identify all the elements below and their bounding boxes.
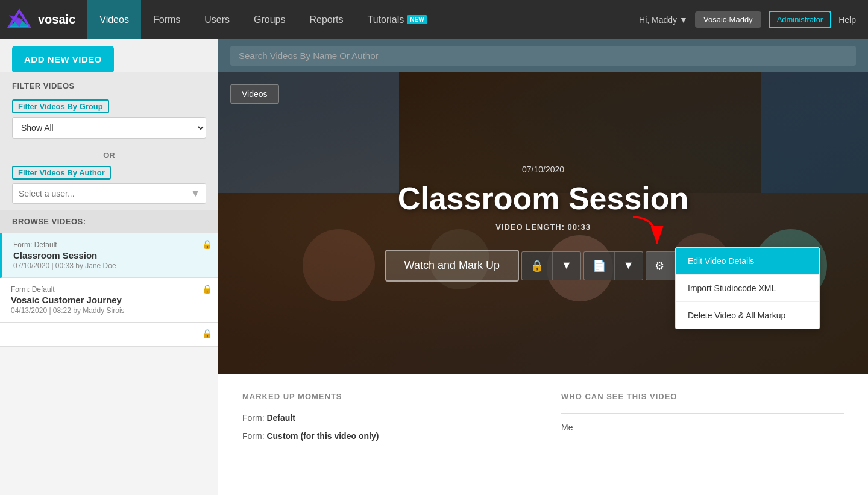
video-form-label: Form: Default: [13, 241, 207, 249]
nav-item-users[interactable]: Users: [192, 0, 242, 39]
user-greeting[interactable]: Hi, Maddy ▼: [639, 15, 688, 25]
lock-button-group: 🔒 ▼: [521, 251, 581, 280]
form-entry-default: Form: Default: [242, 413, 525, 423]
dropdown-arrow-icon: ▼: [190, 188, 200, 199]
filter-author-label: Filter Videos By Author: [12, 166, 111, 180]
lock-icon: 🔒: [202, 329, 212, 338]
new-badge: NEW: [407, 15, 427, 24]
lock-icon: 🔒: [202, 239, 212, 249]
nav-item-reports[interactable]: Reports: [297, 0, 355, 39]
lock-button[interactable]: 🔒: [522, 252, 552, 280]
me-label: Me: [561, 423, 844, 432]
filter-videos-title: FILTER VIDEOS: [12, 81, 206, 90]
video-form-label: Form: Default: [11, 285, 207, 294]
video-meta: 07/10/2020 | 00:33 by Jane Doe: [13, 262, 207, 270]
main-content: Videos 07/10/2020 Classroom Session VIDE…: [218, 72, 868, 495]
marked-moments-title: MARKED UP MOMENTS: [242, 392, 525, 401]
nav-item-videos[interactable]: Videos: [87, 0, 141, 39]
marked-moments-section: MARKED UP MOMENTS Form: Default Form: Cu…: [242, 392, 525, 449]
logo-text: vosaic: [38, 13, 75, 27]
nav-right: Hi, Maddy ▼ Vosaic-Maddy Administrator H…: [639, 11, 868, 28]
video-title: Classroom Session: [13, 250, 207, 260]
delete-video-item[interactable]: Delete Video & All Markup: [676, 302, 819, 329]
document-dropdown-button[interactable]: ▼: [615, 252, 643, 280]
video-length: VIDEO LENGTH: 00:33: [495, 222, 591, 232]
video-title: Vosaic Customer Journey: [11, 295, 207, 305]
video-list-item[interactable]: 🔒: [0, 323, 218, 347]
watch-markup-button[interactable]: Watch and Mark Up: [385, 250, 519, 282]
filter-group-label: Filter Videos By Group: [12, 99, 109, 113]
video-date: 07/10/2020: [522, 165, 564, 174]
logo[interactable]: vosaic: [6, 6, 75, 33]
top-navigation: vosaic Videos Forms Users Groups Reports…: [0, 0, 868, 39]
search-container: [218, 39, 868, 72]
video-meta: 04/13/2020 | 08:22 by Maddy Sirois: [11, 306, 207, 315]
add-video-button[interactable]: ADD NEW VIDEO: [12, 46, 114, 73]
form-entry-custom: Form: Custom (for this video only): [242, 431, 525, 441]
or-divider: OR: [12, 151, 206, 160]
video-hero: Videos 07/10/2020 Classroom Session VIDE…: [218, 72, 868, 374]
sidebar: FILTER VIDEOS Filter Videos By Group Sho…: [0, 72, 218, 495]
nav-item-tutorials[interactable]: Tutorials NEW: [356, 0, 439, 39]
gear-button[interactable]: ⚙: [646, 252, 673, 280]
document-button-group: 📄 ▼: [583, 251, 643, 280]
filter-section: FILTER VIDEOS Filter Videos By Group Sho…: [0, 72, 218, 210]
nav-item-forms[interactable]: Forms: [141, 0, 192, 39]
edit-video-details-item[interactable]: Edit Video Details: [676, 248, 819, 275]
lower-content: MARKED UP MOMENTS Form: Default Form: Cu…: [218, 374, 868, 467]
video-main-title: Classroom Session: [398, 180, 689, 216]
admin-button[interactable]: Administrator: [769, 11, 832, 28]
who-can-see-title: WHO CAN SEE THIS VIDEO: [561, 392, 844, 401]
workspace-button[interactable]: Vosaic-Maddy: [695, 11, 761, 28]
filter-author-input[interactable]: [12, 183, 206, 204]
gear-dropdown-menu: Edit Video Details Import Studiocode XML…: [675, 247, 820, 329]
video-actions: Watch and Mark Up 🔒 ▼ 📄 ▼ ⚙ ▼: [385, 250, 702, 282]
lock-dropdown-button[interactable]: ▼: [553, 252, 580, 280]
browse-section: BROWSE VIDEOS:: [0, 210, 218, 233]
lock-icon: 🔒: [202, 284, 212, 294]
search-input[interactable]: [230, 46, 856, 66]
nav-links: Videos Forms Users Groups Reports Tutori…: [87, 0, 639, 39]
nav-item-groups[interactable]: Groups: [242, 0, 297, 39]
browse-videos-title: BROWSE VIDEOS:: [12, 217, 206, 226]
filter-group-select[interactable]: Show All: [12, 117, 206, 139]
who-can-see-section: WHO CAN SEE THIS VIDEO Me: [561, 392, 844, 449]
help-link[interactable]: Help: [838, 15, 856, 25]
videos-breadcrumb-button[interactable]: Videos: [230, 84, 279, 104]
document-button[interactable]: 📄: [584, 252, 614, 280]
video-list-item[interactable]: 🔒 Form: Default Vosaic Customer Journey …: [0, 278, 218, 323]
video-list-item[interactable]: 🔒 Form: Default Classroom Session 07/10/…: [0, 233, 218, 278]
divider: [561, 413, 844, 414]
import-studiocode-item[interactable]: Import Studiocode XML: [676, 275, 819, 302]
